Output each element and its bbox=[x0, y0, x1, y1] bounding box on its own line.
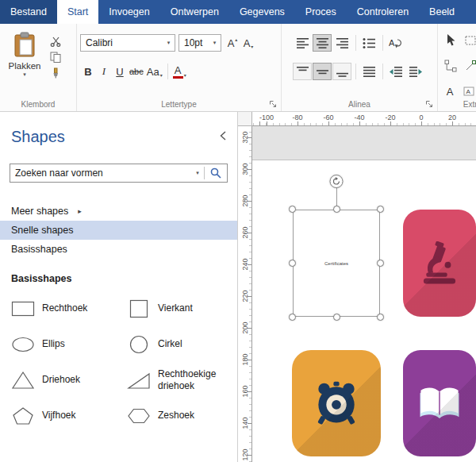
font-color-button[interactable]: A ▾ bbox=[171, 63, 188, 80]
chevron-left-icon bbox=[220, 131, 226, 141]
resize-handle-se[interactable] bbox=[377, 314, 384, 321]
font-family-combobox[interactable]: Calibri ▾ bbox=[80, 34, 175, 52]
rectangle-icon bbox=[11, 299, 35, 318]
shape-search-input[interactable] bbox=[10, 167, 191, 179]
text-block-button[interactable]: A bbox=[459, 83, 476, 100]
align-bottom-button[interactable] bbox=[332, 63, 351, 80]
ribbon-tabbar: Bestand Start Invoegen Ontwerpen Gegeven… bbox=[0, 0, 476, 24]
tab-bestand[interactable]: Bestand bbox=[0, 0, 57, 24]
paragraph-dialog-launcher[interactable] bbox=[424, 99, 434, 109]
h-ruler-label: -20 bbox=[385, 114, 395, 121]
ellipse-icon bbox=[11, 335, 35, 354]
nav-meer-shapes[interactable]: Meer shapes ▸ bbox=[0, 202, 237, 221]
shape-search-box: ▾ bbox=[10, 164, 228, 183]
paste-button[interactable]: Plakken ▾ bbox=[3, 24, 46, 81]
align-center-button[interactable] bbox=[313, 34, 332, 52]
lasso-select-button[interactable] bbox=[461, 32, 476, 49]
open-book-icon bbox=[416, 380, 463, 426]
h-ruler-label: -80 bbox=[292, 114, 302, 121]
collapse-panel-button[interactable] bbox=[220, 131, 226, 143]
alarm-clock-icon bbox=[313, 380, 359, 426]
nav-basisshapes-label: Basisshapes bbox=[11, 244, 67, 255]
selected-shape-label: Certificates bbox=[324, 261, 348, 266]
copy-button[interactable] bbox=[46, 49, 65, 65]
shrink-font-button[interactable]: A ▾ bbox=[240, 34, 256, 52]
selected-shape-certificates[interactable]: Certificates bbox=[293, 210, 380, 317]
master-cirkel[interactable]: Cirkel bbox=[116, 326, 237, 362]
tab-proces[interactable]: Proces bbox=[295, 0, 347, 24]
align-middle-button[interactable] bbox=[313, 63, 332, 80]
tab-invoegen[interactable]: Invoegen bbox=[98, 0, 159, 24]
connector-tool-button[interactable] bbox=[441, 57, 460, 75]
resize-handle-n[interactable] bbox=[333, 206, 340, 213]
triangle-icon bbox=[11, 371, 35, 390]
font-size-combobox[interactable]: 10pt ▾ bbox=[178, 34, 221, 52]
pointer-tool-button[interactable] bbox=[441, 32, 460, 49]
nav-snelle-shapes[interactable]: Snelle shapes bbox=[0, 221, 237, 240]
text-tool-button[interactable]: A bbox=[441, 83, 459, 100]
rotate-icon bbox=[332, 177, 341, 186]
text-direction-button[interactable]: A bbox=[386, 34, 405, 52]
align-top-button[interactable] bbox=[293, 63, 312, 80]
tab-ontwerpen[interactable]: Ontwerpen bbox=[160, 0, 229, 24]
shape-tile-alarm-clock[interactable] bbox=[292, 350, 381, 456]
italic-button[interactable]: I bbox=[96, 63, 112, 80]
search-button[interactable] bbox=[205, 167, 227, 179]
shape-tile-microscope[interactable] bbox=[403, 210, 476, 317]
resize-handle-nw[interactable] bbox=[289, 206, 296, 213]
bullets-button[interactable] bbox=[359, 34, 378, 52]
master-zeshoek[interactable]: Zeshoek bbox=[116, 398, 237, 433]
tab-beeld[interactable]: Beeld bbox=[419, 0, 465, 24]
connector-icon bbox=[444, 60, 457, 72]
bold-button[interactable]: B bbox=[80, 63, 96, 80]
horizontal-ruler[interactable]: -100 -80 -60 -40 -20 0 20 bbox=[252, 112, 476, 126]
underline-button[interactable]: U bbox=[112, 63, 128, 80]
master-vijfhoek[interactable]: Vijfhoek bbox=[0, 398, 116, 433]
nav-basisshapes[interactable]: Basisshapes bbox=[0, 240, 237, 259]
decrease-indent-button[interactable] bbox=[386, 63, 405, 80]
shape-tile-open-book[interactable] bbox=[403, 350, 476, 456]
master-ellips[interactable]: Ellips bbox=[0, 326, 116, 362]
master-rechthoek[interactable]: Rechthoek bbox=[0, 291, 116, 326]
align-left-button[interactable] bbox=[293, 34, 312, 52]
connection-point-icon bbox=[465, 60, 476, 71]
rotation-handle[interactable] bbox=[330, 175, 344, 188]
resize-handle-sw[interactable] bbox=[289, 314, 296, 321]
justify-button[interactable] bbox=[359, 63, 378, 80]
align-right-button[interactable] bbox=[332, 34, 351, 52]
resize-handle-ne[interactable] bbox=[377, 206, 384, 213]
change-case-button[interactable]: Aa ▾ bbox=[145, 63, 164, 80]
clipboard-small-buttons bbox=[46, 33, 65, 81]
connection-point-button[interactable] bbox=[461, 57, 476, 75]
tab-gegevens[interactable]: Gegevens bbox=[229, 0, 295, 24]
align-middle-icon bbox=[317, 67, 328, 77]
format-painter-button[interactable] bbox=[46, 65, 65, 81]
resize-handle-e[interactable] bbox=[377, 260, 384, 267]
master-rechthoekige-driehoek[interactable]: Rechthoekige driehoek bbox=[116, 362, 237, 398]
master-driehoek[interactable]: Driehoek bbox=[0, 362, 116, 398]
grow-font-button[interactable]: A ▴ bbox=[225, 34, 240, 52]
h-ruler-label: -60 bbox=[323, 114, 333, 121]
vertical-ruler[interactable]: 320 300 280 260 240 220 200 180 160 140 … bbox=[238, 126, 252, 462]
format-painter-icon bbox=[50, 67, 61, 79]
cut-button[interactable] bbox=[46, 33, 65, 49]
group-extra: A A Extra bbox=[438, 24, 476, 111]
strikethrough-button[interactable]: abc bbox=[128, 63, 145, 80]
square-icon bbox=[127, 299, 151, 318]
resize-handle-w[interactable] bbox=[289, 260, 296, 267]
tab-controleren[interactable]: Controleren bbox=[347, 0, 419, 24]
microscope-icon bbox=[417, 241, 462, 286]
resize-handle-s[interactable] bbox=[333, 314, 340, 321]
tab-start[interactable]: Start bbox=[57, 0, 98, 24]
group-label-klembord: Klembord bbox=[0, 100, 76, 109]
grow-caret-icon: ▴ bbox=[235, 34, 237, 42]
v-ruler-label: 120 bbox=[238, 445, 252, 462]
search-dropdown-caret[interactable]: ▾ bbox=[191, 170, 204, 176]
font-dialog-launcher[interactable] bbox=[268, 99, 278, 109]
stencil-section-header: Basisshapes bbox=[0, 259, 237, 291]
master-vierkant[interactable]: Vierkant bbox=[116, 291, 237, 326]
increase-indent-button[interactable] bbox=[406, 63, 425, 80]
drawing-area[interactable]: Certificates bbox=[252, 126, 476, 462]
drawing-canvas[interactable]: -100 -80 -60 -40 -20 0 20 320 300 280 26… bbox=[238, 112, 476, 462]
font-size-value: 10pt bbox=[184, 37, 202, 48]
